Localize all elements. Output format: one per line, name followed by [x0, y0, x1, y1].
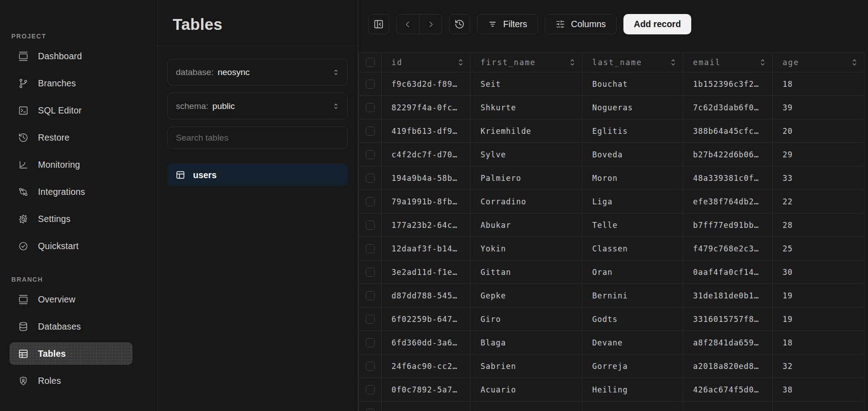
- cell-age[interactable]: 19: [773, 307, 864, 331]
- row-checkbox-cell[interactable]: [359, 378, 382, 402]
- cell-last-name[interactable]: Devane: [582, 331, 683, 354]
- cell-last-name[interactable]: Classen: [582, 237, 683, 260]
- search-tables-input[interactable]: [167, 127, 348, 149]
- table-row[interactable]: 6fd360dd-3a6… Blaga Devane a8f2841da659……: [359, 331, 864, 354]
- sort-icon[interactable]: [569, 57, 576, 67]
- cell-id[interactable]: d87dd788-545…: [382, 284, 471, 307]
- cell-last-name[interactable]: Godts: [582, 307, 683, 331]
- sidebar-item-databases[interactable]: Databases: [0, 313, 157, 340]
- row-checkbox[interactable]: [366, 244, 375, 253]
- sidebar-item-quickstart[interactable]: Quickstart: [0, 232, 157, 260]
- row-checkbox[interactable]: [366, 103, 375, 112]
- row-checkbox-cell[interactable]: [359, 72, 382, 96]
- cell-first-name[interactable]: Palmiero: [471, 166, 582, 190]
- cell-email[interactable]: 31de181de0b1…: [683, 284, 773, 307]
- row-checkbox-cell[interactable]: [359, 166, 382, 190]
- cell-id[interactable]: 194a9b4a-58b…: [382, 166, 471, 190]
- cell-first-name[interactable]: Shkurte: [471, 96, 582, 119]
- table-row[interactable]: 177a23b2-64c… Abukar Telle b7ff77ed91bb……: [359, 213, 864, 237]
- row-checkbox-cell[interactable]: [359, 284, 382, 307]
- cell-last-name[interactable]: Telle: [582, 213, 683, 237]
- table-row[interactable]: 6f02259b-647… Giro Godts 3316015757f8… 1…: [359, 307, 864, 331]
- columns-button[interactable]: Columns: [545, 14, 617, 34]
- cell-age[interactable]: 38: [773, 378, 864, 402]
- sort-icon[interactable]: [670, 57, 676, 67]
- cell-id[interactable]: 419fb613-df9…: [382, 119, 471, 143]
- cell-id[interactable]: 82297f4a-0fc…: [382, 96, 471, 119]
- cell-id[interactable]: 12daaf3f-b14…: [382, 237, 471, 260]
- table-row[interactable]: 12daaf3f-b14… Yokin Classen f479c768e2c3…: [359, 237, 864, 260]
- sidebar-item-overview[interactable]: Overview: [0, 286, 157, 313]
- cell-last-name[interactable]: Nogueras: [582, 96, 683, 119]
- table-row[interactable]: 0f0c7892-5a7… Acuario Heiling 426ac674f5…: [359, 378, 864, 402]
- row-checkbox[interactable]: [366, 80, 375, 89]
- previous-page-button[interactable]: [396, 14, 419, 34]
- row-checkbox[interactable]: [366, 174, 375, 183]
- database-select[interactable]: database: neosync: [167, 59, 348, 85]
- sidebar-item-monitoring[interactable]: Monitoring: [0, 151, 157, 178]
- cell-age[interactable]: 18: [773, 72, 864, 96]
- sort-icon[interactable]: [458, 57, 464, 67]
- select-all-checkbox[interactable]: [366, 58, 375, 67]
- add-record-button[interactable]: Add record: [623, 14, 691, 34]
- cell-email[interactable]: efe38f764db2…: [683, 190, 773, 213]
- cell-email[interactable]: 388b64a45cfc…: [683, 119, 773, 143]
- cell-last-name[interactable]: Bouchat: [582, 72, 683, 96]
- row-checkbox[interactable]: [366, 315, 375, 324]
- next-page-button[interactable]: [419, 14, 442, 34]
- table-row[interactable]: d87dd788-545… Gepke Bernini 31de181de0b1…: [359, 284, 864, 307]
- cell-first-name[interactable]: Blaga: [471, 331, 582, 354]
- row-checkbox-cell[interactable]: [359, 213, 382, 237]
- cell-email[interactable]: 1b152396c3f2…: [683, 72, 773, 96]
- cell-first-name[interactable]: Abukar: [471, 213, 582, 237]
- cell-id[interactable]: 3e2ad11d-f1e…: [382, 260, 471, 284]
- row-checkbox[interactable]: [366, 221, 375, 230]
- history-button[interactable]: [449, 14, 470, 34]
- cell-email[interactable]: 48a339381c0f…: [683, 166, 773, 190]
- cell-email[interactable]: 426ac674f5d0…: [683, 378, 773, 402]
- cell-age[interactable]: 30: [773, 260, 864, 284]
- table-row[interactable]: 82297f4a-0fc… Shkurte Nogueras 7c62d3dab…: [359, 96, 864, 119]
- sort-icon[interactable]: [851, 57, 858, 67]
- table-row[interactable]: c4f2dc7f-d70… Sylve Boveda b27b422d6b06……: [359, 143, 864, 166]
- row-checkbox[interactable]: [366, 338, 375, 347]
- cell-last-name[interactable]: Oran: [582, 260, 683, 284]
- cell-age[interactable]: 39: [773, 96, 864, 119]
- cell-id[interactable]: f9c63d2d-f89…: [382, 72, 471, 96]
- cell-age[interactable]: 25: [773, 237, 864, 260]
- cell-id[interactable]: 6f02259b-647…: [382, 307, 471, 331]
- row-checkbox[interactable]: [366, 197, 375, 206]
- cell-id[interactable]: 6fd360dd-3a6…: [382, 331, 471, 354]
- sidebar-item-tables[interactable]: Tables: [0, 340, 157, 367]
- cell-id[interactable]: 24f6ac90-cc2…: [382, 354, 471, 378]
- table-list-item-users[interactable]: users: [167, 164, 348, 186]
- row-checkbox[interactable]: [366, 268, 375, 277]
- cell-first-name[interactable]: Gittan: [471, 260, 582, 284]
- cell-email[interactable]: a8f2841da659…: [683, 331, 773, 354]
- schema-select[interactable]: schema: public: [167, 93, 348, 119]
- sidebar-item-sql-editor[interactable]: SQL Editor: [0, 97, 157, 124]
- row-checkbox[interactable]: [366, 385, 375, 394]
- row-checkbox-cell[interactable]: [359, 237, 382, 260]
- cell-age[interactable]: 22: [773, 190, 864, 213]
- cell-first-name[interactable]: Seit: [471, 72, 582, 96]
- row-checkbox-cell[interactable]: [359, 190, 382, 213]
- cell-last-name[interactable]: Moron: [582, 166, 683, 190]
- cell-age[interactable]: 28: [773, 213, 864, 237]
- sidebar-item-roles[interactable]: Roles: [0, 367, 157, 394]
- cell-email[interactable]: 7c62d3dab6f0…: [683, 96, 773, 119]
- table-row[interactable]: 194a9b4a-58b… Palmiero Moron 48a339381c0…: [359, 166, 864, 190]
- row-checkbox-cell[interactable]: [359, 354, 382, 378]
- row-checkbox-cell[interactable]: [359, 331, 382, 354]
- column-header-first-name[interactable]: first_name: [471, 53, 582, 72]
- cell-last-name[interactable]: Liga: [582, 190, 683, 213]
- cell-last-name[interactable]: Boveda: [582, 143, 683, 166]
- cell-first-name[interactable]: Sylve: [471, 143, 582, 166]
- sidebar-item-restore[interactable]: Restore: [0, 124, 157, 151]
- table-row[interactable]: 79a1991b-8fb… Corradino Liga efe38f764db…: [359, 190, 864, 213]
- table-row[interactable]: 419fb613-df9… Kriemhilde Eglitis 388b64a…: [359, 119, 864, 143]
- cell-age[interactable]: 32: [773, 354, 864, 378]
- row-checkbox[interactable]: [366, 291, 375, 300]
- row-checkbox-cell[interactable]: [359, 143, 382, 166]
- cell-age[interactable]: 29: [773, 143, 864, 166]
